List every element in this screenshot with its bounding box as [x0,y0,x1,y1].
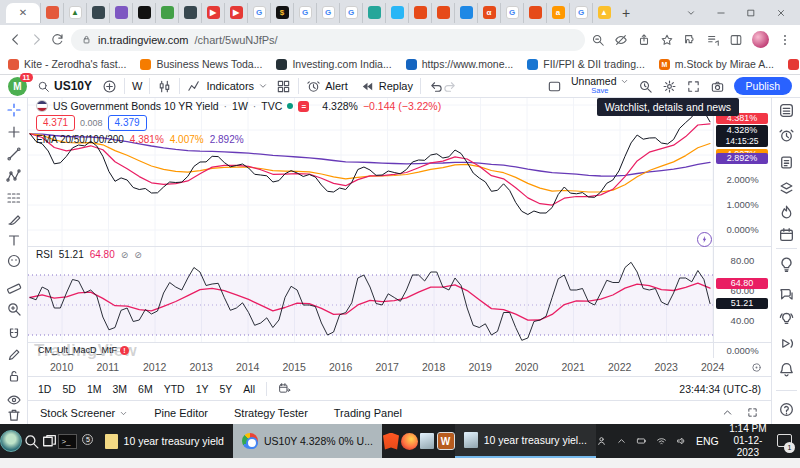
layers-panel-icon[interactable] [778,180,795,197]
close-icon[interactable]: ✕ [19,7,27,18]
list3-panel-icon[interactable] [778,102,795,119]
pinned-tab-17[interactable] [431,3,454,23]
active-tab[interactable]: ✕ [6,3,40,23]
alert-button[interactable]: Alert [306,79,348,94]
indicators-button[interactable]: Indicators [187,79,268,94]
password-eye-icon[interactable] [614,33,628,47]
close-window-icon[interactable] [768,4,794,22]
tv-avatar[interactable]: M 11 [8,77,27,96]
bookmark-item[interactable]: Mm.Stock by Mirae A... [659,58,774,70]
people-icon[interactable] [596,434,607,448]
tray-expand-icon[interactable] [616,434,627,448]
interval-button[interactable]: W [132,80,142,92]
pinned-tab-4[interactable] [132,3,155,23]
stream-panel-icon[interactable] [778,310,795,327]
layout-panel-icon[interactable] [547,79,562,94]
bell-panel-icon[interactable] [778,361,795,378]
textT-tool-icon[interactable] [6,232,22,248]
save-label[interactable]: Save [591,86,608,95]
bottom-tab-pine-editor[interactable]: Pine Editor [154,407,208,419]
range-ytd[interactable]: YTD [164,383,185,395]
range-all[interactable]: All [243,383,255,395]
pinned-tab-10[interactable]: $ [270,3,293,23]
brush-tool-icon[interactable] [6,211,22,227]
replay-button[interactable]: Replay [360,79,413,94]
pinned-tab-7[interactable]: ▶ [201,3,224,23]
pattern-tool-icon[interactable] [6,168,22,184]
layout-name-button[interactable]: Unnamed Save [571,77,629,95]
word-app[interactable]: W [436,424,454,458]
time-axis[interactable]: 2010201120122013201420152016201720182019… [28,358,771,376]
sticky-note-app[interactable]: 10 year treasury yield [96,424,233,458]
pinned-tab-11[interactable]: G [293,3,316,23]
chart-type-icon[interactable] [157,79,172,94]
calendar-panel-icon[interactable] [778,226,795,243]
pinned-tab-15[interactable] [385,3,408,23]
rsi-legend[interactable]: RSI 51.21 64.80 ⊘ ⊘ [36,249,142,260]
extensions-icon[interactable] [683,33,697,47]
pinned-tab-6[interactable] [178,3,201,23]
chart-area[interactable]: US Government Bonds 10 YR Yield · 1W · T… [0,98,771,424]
range-6m[interactable]: 6M [138,383,153,395]
new-tab-button[interactable]: + [615,3,637,23]
mail-button[interactable]: 5 [77,424,95,458]
notepad-app[interactable] [418,424,436,458]
rsi-pane-svg[interactable] [28,246,713,342]
smiley-tool-icon[interactable] [6,253,22,269]
indicator-templates-icon[interactable] [276,79,291,94]
bulb-panel-icon[interactable] [778,256,795,273]
snapshot-camera-icon[interactable] [710,79,725,94]
eye-tool-icon[interactable] [6,392,22,408]
range-5d[interactable]: 5D [62,383,75,395]
range-3m[interactable]: 3M [112,383,127,395]
pinned-tab-13[interactable]: G [339,3,362,23]
macd-legend[interactable]: CM_Ult_MacD_MtF ! [38,345,129,355]
pinned-tab-1[interactable]: ▲ [63,3,86,23]
pinned-tab-24[interactable]: ▲ [592,3,615,23]
pinned-tab-23[interactable]: G [569,3,592,23]
notification-center[interactable]: 1 [777,434,792,449]
back-icon[interactable] [8,32,23,47]
bookmark-item[interactable]: Business News Toda... [140,58,262,70]
boost-icon[interactable] [697,232,712,247]
bottom-tab-trading-panel[interactable]: Trading Panel [334,407,402,419]
pinned-tab-8[interactable]: ▶ [224,3,247,23]
wifi-icon[interactable] [656,434,667,448]
clock-utc[interactable]: 23:44:34 (UTC-8) [679,383,761,395]
collapse-panel-icon[interactable] [721,406,734,419]
pencil-tool-icon[interactable] [6,347,22,363]
go-to-date-icon[interactable] [278,382,291,395]
forward-icon[interactable] [29,32,44,47]
scroll-to-realtime-icon[interactable] [750,361,763,374]
pinned-tab-22[interactable]: a [546,3,569,23]
bookmark-star-icon[interactable] [660,33,674,47]
bookmark-item[interactable]: https://www.mone... [406,58,514,70]
range-1m[interactable]: 1M [87,383,102,395]
zoom-icon[interactable] [591,33,605,47]
task-view-button[interactable] [40,424,58,458]
pinned-tab-14[interactable] [362,3,385,23]
rsi-settings-icon[interactable]: ⊘ [134,250,142,260]
compare-icon[interactable] [102,79,117,94]
pinned-tab-3[interactable] [109,3,132,23]
fullscreen-icon[interactable] [686,79,701,94]
bookmark-item[interactable]: Investing.com India... [276,58,391,70]
crosshair-tool-icon[interactable] [6,102,22,118]
symbol-search-button[interactable]: US10Y [37,79,92,93]
noteadd-panel-icon[interactable] [778,154,795,171]
pinned-tab-20[interactable]: G [500,3,523,23]
clock-date[interactable]: 1:14 PM 01-12-2023 [728,423,768,459]
quick-search-icon[interactable] [638,79,653,94]
publish-button[interactable]: Publish [734,77,792,95]
start-button[interactable] [0,424,22,458]
price-scale[interactable]: 2.000%1.000%0.000%80.0060.0040.000.000%4… [713,98,771,358]
range-5y[interactable]: 5Y [220,383,233,395]
settings-gear-icon[interactable] [662,79,677,94]
playstream-panel-icon[interactable] [778,335,795,352]
firefox-app[interactable] [400,424,418,458]
plus-tool-icon[interactable] [6,124,22,140]
magnet-tool-icon[interactable] [6,326,22,342]
rsi-eye-icon[interactable]: ⊘ [121,250,129,260]
side-panel-icon[interactable] [729,33,743,47]
range-1y[interactable]: 1Y [196,383,209,395]
